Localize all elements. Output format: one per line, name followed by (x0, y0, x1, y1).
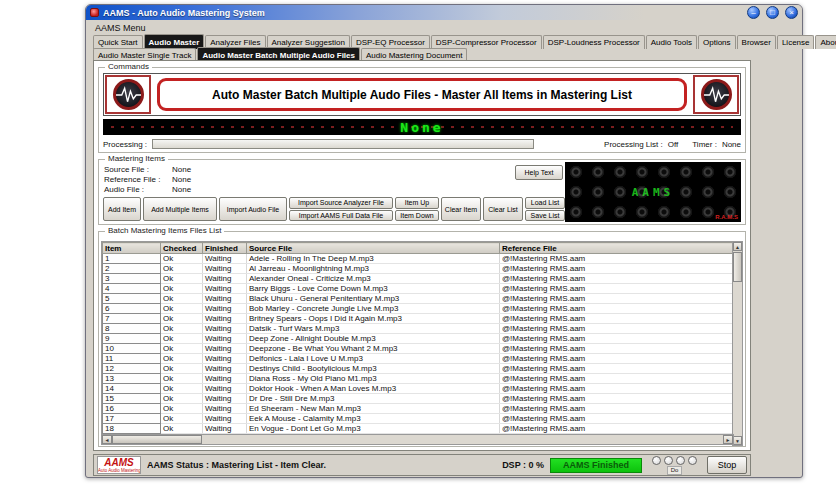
finished-badge: AAMS Finished (550, 458, 642, 473)
cell-item: 13 (103, 374, 161, 384)
add-multiple-items-button[interactable]: Add Multiple Items (143, 197, 217, 221)
cell-reference-file: @!Mastering RMS.aam (500, 394, 734, 404)
table-row[interactable]: 11OkWaitingDelfonics - Lala I Love U M.m… (103, 354, 734, 364)
table-row[interactable]: 16OkWaitingEd Sheeram - New Man M.mp3@!M… (103, 404, 734, 414)
table-row[interactable]: 13OkWaitingDiana Ross - My Old Piano M1.… (103, 374, 734, 384)
reference-file-field: Reference File : None (104, 175, 191, 185)
load-list-button[interactable]: Load List (525, 197, 565, 209)
cell-checked: Ok (161, 324, 203, 334)
cell-item: 12 (103, 364, 161, 374)
vertical-scroll-thumb[interactable] (733, 252, 742, 282)
stop-button[interactable]: Stop (707, 456, 747, 474)
maximize-icon[interactable]: □ (766, 6, 779, 19)
vertical-scrollbar[interactable]: ▲ ▼ (732, 241, 743, 446)
minimize-icon[interactable]: – (747, 6, 760, 19)
cell-source-file: Deep Zone - Allnight Double M.mp3 (247, 334, 500, 344)
cell-item: 14 (103, 384, 161, 394)
tab-options[interactable]: Options (698, 35, 736, 49)
table-row[interactable]: 17OkWaitingEek A Mouse - Calamity M.mp3@… (103, 414, 734, 424)
table-row[interactable]: 12OkWaitingDestinys Child - Bootylicious… (103, 364, 734, 374)
column-header-item[interactable]: Item (103, 243, 161, 254)
cell-finished: Waiting (203, 394, 247, 404)
cell-checked: Ok (161, 304, 203, 314)
batch-list-group-label: Batch Mastering Items Files List (105, 226, 224, 235)
table-row[interactable]: 7OkWaitingBritney Spears - Oops I Did It… (103, 314, 734, 324)
column-header-reference-file[interactable]: Reference File (500, 243, 734, 254)
cell-checked: Ok (161, 414, 203, 424)
add-item-button[interactable]: Add Item (103, 197, 141, 221)
table-row[interactable]: 1OkWaitingAdele - Rolling In The Deep M.… (103, 254, 734, 264)
timer-value: None (722, 140, 741, 149)
import-stack: Import Source Analyzer File Import AAMS … (289, 197, 393, 221)
tab-license[interactable]: License (777, 35, 815, 49)
import-aams-full-data-button[interactable]: Import AAMS Full Data File (289, 210, 393, 222)
table-row[interactable]: 6OkWaitingBob Marley - Concrete Jungle L… (103, 304, 734, 314)
cell-reference-file: @!Mastering RMS.aam (500, 334, 734, 344)
led-indicator-icon (664, 456, 673, 465)
app-icon (90, 8, 99, 17)
status-text: AAMS Status : Mastering List - Item Clea… (147, 460, 496, 470)
cell-item: 15 (103, 394, 161, 404)
tab-dsp-loudness-processor[interactable]: DSP-Loudness Processor (543, 35, 645, 49)
cell-reference-file: @!Mastering RMS.aam (500, 414, 734, 424)
cell-reference-file: @!Mastering RMS.aam (500, 284, 734, 294)
speaker-overlay-text: AAMS (632, 186, 675, 199)
cell-finished: Waiting (203, 334, 247, 344)
item-down-button[interactable]: Item Down (395, 210, 439, 222)
led-cluster: Do (652, 456, 697, 475)
column-header-finished[interactable]: Finished (203, 243, 247, 254)
processing-label: Processing : (103, 140, 147, 149)
item-up-button[interactable]: Item Up (395, 197, 439, 209)
import-audio-file-button[interactable]: Import Audio File (219, 197, 287, 221)
table-row[interactable]: 3OkWaitingAlexander Oneal - Criticize M.… (103, 274, 734, 284)
cell-reference-file: @!Mastering RMS.aam (500, 404, 734, 414)
led-display: None (103, 119, 741, 135)
close-icon[interactable]: × (785, 6, 798, 19)
cell-checked: Ok (161, 394, 203, 404)
table-row[interactable]: 4OkWaitingBarry Biggs - Love Come Down M… (103, 284, 734, 294)
title-bar[interactable]: AAMS - Auto Audio Mastering System – □ × (86, 5, 802, 20)
cell-finished: Waiting (203, 304, 247, 314)
table-row[interactable]: 2OkWaitingAl Jarreau - Moonlightning M.m… (103, 264, 734, 274)
cell-item: 7 (103, 314, 161, 324)
cell-source-file: Eek A Mouse - Calamity M.mp3 (247, 414, 500, 424)
window-controls: – □ × (747, 6, 798, 19)
help-text-button[interactable]: Help Text (515, 165, 563, 180)
audio-file-field: Audio File : None (104, 185, 191, 195)
led-indicator-icon (688, 456, 697, 465)
source-file-field: Source File : None (104, 165, 191, 175)
clear-item-button[interactable]: Clear Item (441, 197, 481, 221)
menu-title: AAMS Menu (95, 23, 146, 33)
save-list-button[interactable]: Save List (525, 210, 565, 222)
tab-about[interactable]: About (815, 35, 836, 49)
table-row[interactable]: 18OkWaitingEn Vogue - Dont Let Go M.mp3@… (103, 424, 734, 434)
column-header-checked[interactable]: Checked (161, 243, 203, 254)
cell-checked: Ok (161, 404, 203, 414)
led-row (652, 456, 697, 465)
cell-item: 4 (103, 284, 161, 294)
logo-subtitle: Auto Audio Mastering System (98, 468, 140, 473)
table-row[interactable]: 15OkWaitingDr Dre - Still Dre M.mp3@!Mas… (103, 394, 734, 404)
scroll-up-icon[interactable]: ▲ (733, 242, 742, 251)
column-header-source-file[interactable]: Source File (247, 243, 500, 254)
cell-item: 5 (103, 294, 161, 304)
table-row[interactable]: 9OkWaitingDeep Zone - Allnight Double M.… (103, 334, 734, 344)
scroll-down-icon[interactable]: ▼ (733, 436, 742, 445)
horizontal-scrollbar[interactable]: ◄ ► (101, 434, 734, 445)
table-row[interactable]: 8OkWaitingDatsik - Turf Wars M.mp3@!Mast… (103, 324, 734, 334)
horizontal-scroll-thumb[interactable] (112, 435, 202, 444)
import-source-analyzer-button[interactable]: Import Source Analyzer File (289, 197, 393, 209)
cell-finished: Waiting (203, 374, 247, 384)
tab-browser[interactable]: Browser (737, 35, 776, 49)
table-row[interactable]: 5OkWaitingBlack Uhuru - General Penitent… (103, 294, 734, 304)
table-row[interactable]: 10OkWaitingDeepzone - Be What You Whant … (103, 344, 734, 354)
scroll-left-icon[interactable]: ◄ (102, 435, 112, 444)
table-row[interactable]: 14OkWaitingDoktor Hook - When A Man Love… (103, 384, 734, 394)
scroll-right-icon[interactable]: ► (723, 435, 733, 444)
cell-reference-file: @!Mastering RMS.aam (500, 304, 734, 314)
processing-progress-bar (152, 139, 534, 149)
tab-audio-tools[interactable]: Audio Tools (646, 35, 697, 49)
clear-list-button[interactable]: Clear List (483, 197, 523, 221)
cell-reference-file: @!Mastering RMS.aam (500, 294, 734, 304)
cell-reference-file: @!Mastering RMS.aam (500, 384, 734, 394)
